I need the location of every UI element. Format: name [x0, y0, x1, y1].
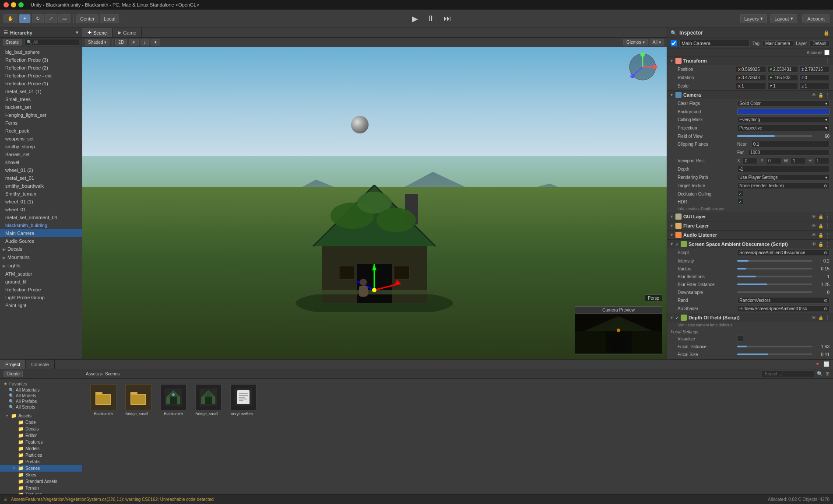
rotation-x[interactable] — [742, 75, 763, 80]
tree-terrain[interactable]: 📁 Terrain — [0, 485, 82, 491]
project-create-button[interactable]: Create — [4, 371, 23, 377]
hierarchy-item[interactable]: smithy_stump — [0, 143, 82, 150]
rect-tool-button[interactable]: ▭ — [58, 14, 70, 23]
hierarchy-item[interactable]: ▶Decals — [0, 245, 82, 253]
tree-scenes[interactable]: ▼ 📁 Scenes — [0, 465, 82, 472]
minimize-button[interactable] — [11, 2, 16, 7]
hierarchy-item[interactable]: wheel_01 (2) — [0, 166, 82, 174]
hierarchy-item[interactable]: weapons_set — [0, 135, 82, 143]
scene-gizmo[interactable]: X Y Z — [627, 52, 662, 87]
hierarchy-toggle[interactable]: ☰ — [4, 30, 8, 35]
position-y[interactable] — [773, 67, 795, 72]
hierarchy-item[interactable]: ▶Lights — [0, 262, 82, 270]
move-tool-button[interactable]: ✦ — [19, 14, 31, 23]
tree-code[interactable]: 📁 Code — [0, 419, 82, 426]
tag-dropdown[interactable]: MainCamera — [762, 40, 793, 47]
intensity-slider[interactable] — [737, 260, 812, 262]
scene-viewport[interactable]: X Y Z Persp Camera Preview — [82, 47, 667, 359]
hand-tool-button[interactable]: ✋ — [4, 14, 18, 23]
blur-filter-slider[interactable] — [737, 284, 812, 285]
collapse-icon[interactable]: 🔻 — [815, 361, 821, 367]
scene-tab[interactable]: ✚ Scene — [82, 28, 112, 37]
tree-features[interactable]: 📁 Features — [0, 439, 82, 445]
ssao-enabled[interactable]: ✓ — [675, 242, 679, 247]
hdr-checkbox[interactable]: ✓ — [737, 199, 743, 205]
hierarchy-collapse[interactable]: ▾ — [76, 30, 78, 35]
layer-dropdown[interactable]: Default — [809, 40, 829, 47]
position-z[interactable] — [805, 67, 826, 72]
culling-mask-dropdown[interactable]: Everything ▾ — [737, 116, 829, 123]
hierarchy-item[interactable]: Reflection Probe - ext — [0, 72, 82, 80]
scale-y[interactable] — [773, 84, 795, 88]
hierarchy-item[interactable]: Point light — [0, 301, 82, 309]
fav-all-scripts[interactable]: 🔍 All Scripts — [0, 404, 82, 410]
tree-standard-assets[interactable]: 📁 Standard Assets — [0, 478, 82, 485]
target-texture-dropdown[interactable]: None (Render Texture) ⊙ — [737, 182, 829, 189]
window-controls[interactable] — [4, 2, 24, 7]
hierarchy-item[interactable]: Reflection Probe — [0, 286, 82, 294]
gizmos-dropdown[interactable]: Gizmos ▾ — [623, 39, 648, 46]
viewport-x[interactable] — [743, 158, 758, 164]
audio-listener-header[interactable]: ▼ Audio Listener 👁 🔒 ⋮ — [667, 231, 833, 239]
blur-iterations-slider[interactable] — [737, 276, 812, 277]
projection-dropdown[interactable]: Perspective ▾ — [737, 125, 829, 131]
scene-audio-button[interactable]: ♪ — [141, 39, 149, 46]
hierarchy-item[interactable]: Reflection Probe (2) — [0, 64, 82, 72]
tree-editor[interactable]: 📁 Editor — [0, 432, 82, 439]
asset-verylowres-script[interactable]: VeryLowRes... — [228, 384, 259, 416]
maximize-button[interactable] — [18, 2, 24, 7]
near-clip-field[interactable] — [751, 141, 829, 147]
hierarchy-item[interactable]: wheel_01 — [0, 206, 82, 214]
flare-layer-header[interactable]: ▼ Flare Layer 👁 🔒 ⋮ — [667, 221, 833, 230]
scene-light-button[interactable]: ☀ — [129, 39, 139, 46]
center-button[interactable]: Center — [76, 14, 98, 23]
static-checkbox[interactable] — [824, 50, 829, 55]
focal-distance-slider[interactable] — [737, 346, 812, 347]
asset-blacksmith-scene[interactable]: Blacksmith — [158, 384, 189, 416]
radius-slider[interactable] — [737, 268, 812, 270]
persp-button[interactable]: Persp — [645, 294, 662, 302]
transform-dots[interactable]: ⋮ — [825, 58, 830, 64]
tree-models[interactable]: 📁 Models — [0, 445, 82, 452]
fav-all-materials[interactable]: 🔍 All Materials — [0, 387, 82, 393]
viewport-w[interactable] — [791, 158, 806, 164]
hierarchy-item[interactable]: Small_trees — [0, 95, 82, 103]
breadcrumb-scenes[interactable]: Scenes — [105, 371, 120, 376]
position-x[interactable] — [742, 67, 763, 72]
hierarchy-item[interactable]: Reflection Probe (1) — [0, 80, 82, 88]
hierarchy-item[interactable]: metal_set_01 (1) — [0, 88, 82, 95]
project-tab[interactable]: Project — [0, 360, 26, 369]
hierarchy-item[interactable]: Barrels_set — [0, 150, 82, 158]
hierarchy-item[interactable]: Light Probe Group — [0, 294, 82, 301]
camera-header[interactable]: ▼ Camera 👁 🔒 ⋮ — [667, 91, 833, 99]
asset-bridge-folder[interactable]: Bridge_small... — [123, 384, 154, 416]
tree-textures[interactable]: 📁 Textures — [0, 491, 82, 494]
hierarchy-item[interactable]: big_bad_sphere — [0, 48, 82, 56]
tree-particles[interactable]: 📁 Particles — [0, 452, 82, 458]
pause-button[interactable]: ⏸ — [424, 13, 437, 24]
filter-icon[interactable]: ⊞ — [826, 371, 829, 377]
assets-root[interactable]: ▼ 📁 Assets — [0, 413, 82, 419]
camera-dots[interactable]: ⋮ — [825, 92, 830, 98]
scale-z[interactable] — [805, 84, 826, 88]
maximize-icon[interactable]: ⬜ — [823, 361, 829, 367]
hierarchy-item[interactable]: Hanging_lights_set — [0, 111, 82, 119]
play-button[interactable]: ▶ — [409, 13, 421, 24]
breadcrumb-assets[interactable]: Assets — [86, 371, 99, 376]
hierarchy-item[interactable]: metal_set_01 — [0, 174, 82, 182]
downsample-slider[interactable] — [737, 291, 812, 293]
hierarchy-item[interactable]: smithy_boardwalk — [0, 182, 82, 190]
asset-bridge-scene[interactable]: Bridge_small... — [193, 384, 224, 416]
favorites-header[interactable]: ★ Favorites — [0, 381, 82, 387]
depth-field[interactable] — [737, 166, 829, 172]
step-button[interactable]: ⏭ — [441, 13, 454, 24]
hierarchy-item[interactable]: ground_fill — [0, 278, 82, 286]
focal-size-slider[interactable] — [737, 354, 812, 355]
viewport-h[interactable] — [814, 158, 829, 164]
occlusion-checkbox[interactable]: ✓ — [737, 191, 743, 197]
tree-skies[interactable]: 📁 Skies — [0, 472, 82, 478]
asset-blacksmith-folder[interactable]: Blacksmith — [88, 384, 119, 416]
fov-slider[interactable] — [737, 135, 812, 137]
close-button[interactable] — [4, 2, 9, 7]
ao-shader-dropdown[interactable]: Hidden/ScreenSpaceAmbientObsc ⊙ — [737, 305, 829, 312]
